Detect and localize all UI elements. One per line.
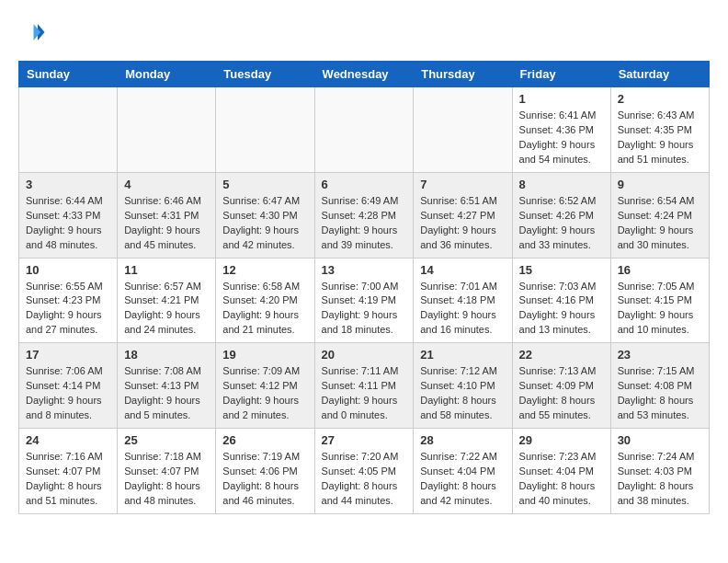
day-info: Sunrise: 6:52 AMSunset: 4:26 PMDaylight:… [519,194,604,253]
day-info: Sunrise: 6:51 AMSunset: 4:27 PMDaylight:… [420,194,505,253]
day-info: Sunrise: 7:06 AMSunset: 4:14 PMDaylight:… [26,364,110,423]
day-cell-30: 30Sunrise: 7:24 AMSunset: 4:03 PMDayligh… [610,429,709,514]
day-cell-1: 1Sunrise: 6:41 AMSunset: 4:36 PMDaylight… [512,87,610,173]
day-info: Sunrise: 7:12 AMSunset: 4:10 PMDaylight:… [420,364,505,423]
day-number: 7 [420,178,505,191]
col-header-monday: Monday [118,62,216,87]
day-number: 29 [519,433,604,447]
day-cell-23: 23Sunrise: 7:15 AMSunset: 4:08 PMDayligh… [610,343,709,429]
day-cell-4: 4Sunrise: 6:46 AMSunset: 4:31 PMDaylight… [118,172,216,258]
day-number: 10 [26,263,110,277]
day-info: Sunrise: 7:09 AMSunset: 4:12 PMDaylight:… [222,364,307,423]
day-info: Sunrise: 7:05 AMSunset: 4:15 PMDaylight:… [618,280,702,339]
day-cell-17: 17Sunrise: 7:06 AMSunset: 4:14 PMDayligh… [19,343,118,429]
day-cell-9: 9Sunrise: 6:54 AMSunset: 4:24 PMDaylight… [610,172,709,258]
day-number: 13 [322,263,407,277]
day-cell-28: 28Sunrise: 7:22 AMSunset: 4:04 PMDayligh… [414,429,512,514]
day-info: Sunrise: 7:11 AMSunset: 4:11 PMDaylight:… [322,364,407,423]
calendar-week-1: 1Sunrise: 6:41 AMSunset: 4:36 PMDaylight… [19,87,710,173]
day-cell-22: 22Sunrise: 7:13 AMSunset: 4:09 PMDayligh… [512,343,610,429]
day-info: Sunrise: 6:57 AMSunset: 4:21 PMDaylight:… [124,280,209,339]
empty-cell [118,87,216,173]
day-info: Sunrise: 7:24 AMSunset: 4:03 PMDaylight:… [618,450,702,509]
calendar-week-4: 17Sunrise: 7:06 AMSunset: 4:14 PMDayligh… [19,343,710,429]
day-number: 22 [519,348,604,362]
day-number: 21 [420,348,505,362]
day-cell-5: 5Sunrise: 6:47 AMSunset: 4:30 PMDaylight… [216,172,314,258]
calendar-week-2: 3Sunrise: 6:44 AMSunset: 4:33 PMDaylight… [19,172,710,258]
day-number: 18 [124,348,209,362]
day-number: 11 [124,263,209,277]
day-info: Sunrise: 6:58 AMSunset: 4:20 PMDaylight:… [222,280,307,339]
day-number: 3 [26,178,110,191]
empty-cell [314,87,414,173]
empty-cell [414,87,512,173]
day-number: 8 [519,178,604,191]
day-cell-25: 25Sunrise: 7:18 AMSunset: 4:07 PMDayligh… [118,429,216,514]
page-header [18,18,710,46]
day-cell-24: 24Sunrise: 7:16 AMSunset: 4:07 PMDayligh… [19,429,118,514]
day-number: 6 [322,178,407,191]
day-info: Sunrise: 6:46 AMSunset: 4:31 PMDaylight:… [124,194,209,253]
col-header-thursday: Thursday [414,62,512,87]
day-info: Sunrise: 7:23 AMSunset: 4:04 PMDaylight:… [519,450,604,509]
day-info: Sunrise: 7:18 AMSunset: 4:07 PMDaylight:… [124,450,209,509]
day-number: 27 [322,433,407,447]
day-cell-27: 27Sunrise: 7:20 AMSunset: 4:05 PMDayligh… [314,429,414,514]
day-info: Sunrise: 7:19 AMSunset: 4:06 PMDaylight:… [222,450,307,509]
day-number: 30 [618,433,702,447]
calendar: SundayMondayTuesdayWednesdayThursdayFrid… [18,61,710,514]
day-number: 23 [618,348,702,362]
day-number: 16 [618,263,702,277]
day-cell-6: 6Sunrise: 6:49 AMSunset: 4:28 PMDaylight… [314,172,414,258]
col-header-wednesday: Wednesday [314,62,414,87]
day-cell-18: 18Sunrise: 7:08 AMSunset: 4:13 PMDayligh… [118,343,216,429]
day-number: 5 [222,178,307,191]
day-cell-21: 21Sunrise: 7:12 AMSunset: 4:10 PMDayligh… [414,343,512,429]
day-info: Sunrise: 7:15 AMSunset: 4:08 PMDaylight:… [618,364,702,423]
day-info: Sunrise: 7:13 AMSunset: 4:09 PMDaylight:… [519,364,604,423]
day-number: 19 [222,348,307,362]
day-info: Sunrise: 6:49 AMSunset: 4:28 PMDaylight:… [322,194,407,253]
day-info: Sunrise: 6:41 AMSunset: 4:36 PMDaylight:… [519,109,604,167]
day-info: Sunrise: 7:00 AMSunset: 4:19 PMDaylight:… [322,280,407,339]
day-number: 2 [618,92,702,106]
day-cell-29: 29Sunrise: 7:23 AMSunset: 4:04 PMDayligh… [512,429,610,514]
day-number: 12 [222,263,307,277]
calendar-week-5: 24Sunrise: 7:16 AMSunset: 4:07 PMDayligh… [19,429,710,514]
day-info: Sunrise: 6:43 AMSunset: 4:35 PMDaylight:… [618,109,702,167]
day-cell-2: 2Sunrise: 6:43 AMSunset: 4:35 PMDaylight… [610,87,709,173]
day-info: Sunrise: 7:08 AMSunset: 4:13 PMDaylight:… [124,364,209,423]
day-info: Sunrise: 7:16 AMSunset: 4:07 PMDaylight:… [26,450,110,509]
col-header-saturday: Saturday [610,62,709,87]
day-cell-14: 14Sunrise: 7:01 AMSunset: 4:18 PMDayligh… [414,258,512,343]
day-info: Sunrise: 6:55 AMSunset: 4:23 PMDaylight:… [26,280,110,339]
day-info: Sunrise: 7:01 AMSunset: 4:18 PMDaylight:… [420,280,505,339]
day-number: 14 [420,263,505,277]
day-number: 24 [26,433,110,447]
day-number: 15 [519,263,604,277]
day-info: Sunrise: 7:20 AMSunset: 4:05 PMDaylight:… [322,450,407,509]
day-number: 26 [222,433,307,447]
day-info: Sunrise: 6:54 AMSunset: 4:24 PMDaylight:… [618,194,702,253]
calendar-header-row: SundayMondayTuesdayWednesdayThursdayFrid… [19,62,710,87]
calendar-week-3: 10Sunrise: 6:55 AMSunset: 4:23 PMDayligh… [19,258,710,343]
day-cell-7: 7Sunrise: 6:51 AMSunset: 4:27 PMDaylight… [414,172,512,258]
logo-icon [18,18,46,46]
day-cell-19: 19Sunrise: 7:09 AMSunset: 4:12 PMDayligh… [216,343,314,429]
day-cell-26: 26Sunrise: 7:19 AMSunset: 4:06 PMDayligh… [216,429,314,514]
day-cell-3: 3Sunrise: 6:44 AMSunset: 4:33 PMDaylight… [19,172,118,258]
day-info: Sunrise: 6:47 AMSunset: 4:30 PMDaylight:… [222,194,307,253]
day-info: Sunrise: 7:03 AMSunset: 4:16 PMDaylight:… [519,280,604,339]
day-info: Sunrise: 6:44 AMSunset: 4:33 PMDaylight:… [26,194,110,253]
day-number: 28 [420,433,505,447]
day-number: 20 [322,348,407,362]
logo [18,18,50,46]
day-number: 1 [519,92,604,106]
empty-cell [216,87,314,173]
day-number: 25 [124,433,209,447]
col-header-friday: Friday [512,62,610,87]
day-cell-20: 20Sunrise: 7:11 AMSunset: 4:11 PMDayligh… [314,343,414,429]
empty-cell [19,87,118,173]
day-cell-8: 8Sunrise: 6:52 AMSunset: 4:26 PMDaylight… [512,172,610,258]
